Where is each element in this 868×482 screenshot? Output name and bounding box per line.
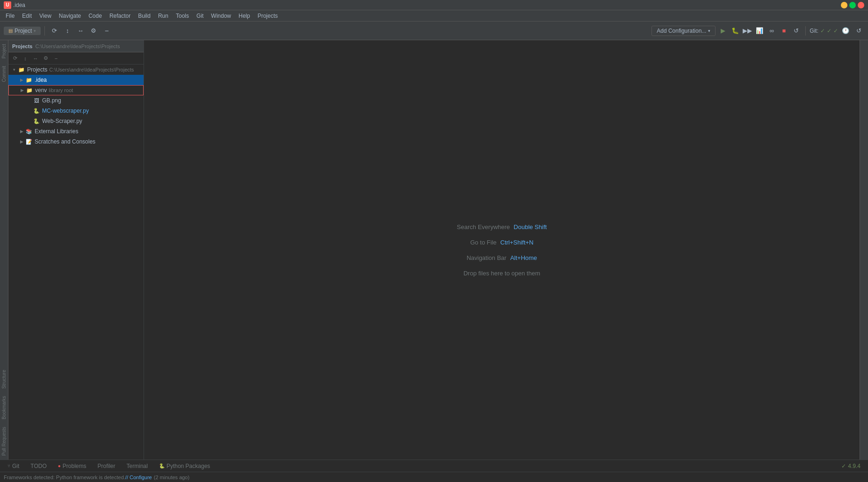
run-controls: ▶ 🐛 ▶▶ 📊 ∞ ■ ↺ bbox=[717, 25, 802, 36]
tree-item-external-libs[interactable]: ▶ 📚 External Libraries bbox=[8, 126, 144, 137]
project-tab[interactable]: ▤ Project ▾ bbox=[4, 27, 41, 35]
sidebar-expand-all-btn[interactable]: ↔ bbox=[31, 54, 40, 63]
menu-item-build[interactable]: Build bbox=[134, 12, 154, 20]
tab-terminal[interactable]: Terminal bbox=[121, 460, 153, 472]
tree-label-gb-png: GB.png bbox=[42, 97, 61, 104]
sidebar-settings-btn[interactable]: ⚙ bbox=[41, 54, 51, 63]
menu-item-tools[interactable]: Tools bbox=[172, 12, 193, 20]
tab-profiler[interactable]: Profiler bbox=[92, 460, 121, 472]
tree-item-projects-root[interactable]: ▾ 📁 Projects C:\Users\andre\IdeaProjects… bbox=[8, 65, 144, 75]
toolbar-settings-btn[interactable]: ⚙ bbox=[88, 25, 99, 36]
add-configuration-button[interactable]: Add Configuration... ▾ bbox=[651, 26, 716, 36]
toolbar-sep-2 bbox=[805, 26, 806, 36]
menu-item-file[interactable]: File bbox=[2, 12, 18, 20]
sidebar: Projects C:\Users\andre\IdeaProjects\Pro… bbox=[8, 40, 144, 460]
toolbar: ▤ Project ▾ ⟳ ↕ ↔ ⚙ − Add Configuration.… bbox=[0, 22, 868, 40]
activity-project[interactable]: Project bbox=[0, 42, 7, 60]
coverage-btn[interactable]: ▶▶ bbox=[742, 25, 753, 36]
menu-item-navigate[interactable]: Navigate bbox=[55, 12, 85, 20]
tree-arrow-scratches: ▶ bbox=[18, 138, 25, 145]
editor-area: Search Everywhere Double Shift Go to Fil… bbox=[144, 40, 860, 460]
tab-python-packages[interactable]: 🐍 Python Packages bbox=[153, 460, 216, 472]
tree-item-idea[interactable]: ▶ 📁 .idea bbox=[8, 75, 144, 85]
minimize-btn[interactable] bbox=[841, 2, 847, 8]
hint-key-nav: Alt+Home bbox=[510, 254, 537, 261]
hint-drop-files: Drop files here to open them bbox=[463, 270, 540, 277]
menu-item-edit[interactable]: Edit bbox=[18, 12, 36, 20]
menu-item-help[interactable]: Help bbox=[235, 12, 254, 20]
tab-git[interactable]: ⑂ Git bbox=[2, 460, 25, 472]
notification-text: Frameworks detected: Python framework is… bbox=[4, 475, 125, 480]
tree-item-mc-webscraper[interactable]: 🐍 MC-webscraper.py bbox=[8, 106, 144, 116]
activity-git[interactable] bbox=[3, 360, 5, 364]
run-with-coverage-btn[interactable]: ∞ bbox=[766, 25, 777, 36]
tab-todo[interactable]: TODO bbox=[25, 460, 52, 472]
toolbar-collapse-btn[interactable]: ↕ bbox=[62, 25, 73, 36]
debug-btn[interactable]: 🐛 bbox=[730, 25, 741, 36]
add-config-dropdown-icon: ▾ bbox=[708, 29, 710, 33]
activity-commit[interactable]: Commit bbox=[0, 64, 7, 84]
activity-structure[interactable]: Structure bbox=[0, 368, 7, 391]
title-bar: U .idea bbox=[0, 0, 868, 10]
activity-bar: Project Commit Structure Bookmarks Pull … bbox=[0, 40, 8, 460]
tab-todo-label: TODO bbox=[30, 463, 46, 469]
title-bar-controls bbox=[841, 2, 864, 8]
file-icon-web-scraper: 🐍 bbox=[33, 117, 40, 125]
git-check-icon: ✓ bbox=[820, 28, 825, 34]
project-tab-label: Project bbox=[14, 28, 32, 34]
tree-item-web-scraper[interactable]: 🐍 Web-Scraper.py bbox=[8, 116, 144, 126]
sidebar-toolbar: ⟳ ↕ ↔ ⚙ − bbox=[8, 52, 144, 65]
app-logo: U bbox=[4, 1, 11, 9]
notification-link[interactable]: // Configure bbox=[125, 475, 152, 480]
menu-item-view[interactable]: View bbox=[36, 12, 55, 20]
tree-arrow-ws bbox=[25, 117, 33, 125]
menu-item-code[interactable]: Code bbox=[85, 12, 106, 20]
menu-item-refactor[interactable]: Refactor bbox=[106, 12, 134, 20]
hint-label-search: Search Everywhere bbox=[457, 223, 510, 230]
tree-item-scratches[interactable]: ▶ 📝 Scratches and Consoles bbox=[8, 137, 144, 147]
menu-item-run[interactable]: Run bbox=[154, 12, 172, 20]
tab-problems[interactable]: ● Problems bbox=[52, 460, 92, 472]
tree-arrow-gb bbox=[25, 97, 33, 104]
tree-arrow-venv: ▶ bbox=[18, 86, 26, 94]
activity-bookmarks[interactable]: Bookmarks bbox=[0, 394, 7, 421]
tree-sublabel-venv: library root bbox=[49, 87, 73, 93]
toolbar-sync-btn[interactable]: ⟳ bbox=[49, 25, 60, 36]
bottom-tabs: ⑂ Git TODO ● Problems Profiler Terminal … bbox=[0, 460, 868, 472]
icon-external-libs: 📚 bbox=[25, 128, 33, 135]
run-btn[interactable]: ▶ bbox=[717, 25, 729, 36]
hint-key-search: Double Shift bbox=[514, 223, 547, 230]
title-bar-left: U .idea bbox=[4, 1, 25, 9]
menu-item-git[interactable]: Git bbox=[193, 12, 207, 20]
menu-item-window[interactable]: Window bbox=[207, 12, 235, 20]
maximize-btn[interactable] bbox=[849, 2, 856, 8]
menu-item-projects[interactable]: Projects bbox=[254, 12, 282, 20]
status-indicator[interactable]: ✓ 4.9.4 bbox=[836, 460, 866, 472]
tree-sublabel-projects: C:\Users\andre\IdeaProjects\Projects bbox=[49, 67, 134, 72]
close-btn[interactable] bbox=[858, 2, 864, 8]
activity-pull-requests[interactable]: Pull Requests bbox=[0, 425, 7, 458]
tab-problems-icon: ● bbox=[58, 463, 61, 468]
sidebar-collapse-all-btn[interactable]: ↕ bbox=[21, 54, 30, 63]
sidebar-close-btn[interactable]: − bbox=[51, 54, 61, 63]
menu-bar: FileEditViewNavigateCodeRefactorBuildRun… bbox=[0, 10, 868, 22]
git-revert-btn[interactable]: ↺ bbox=[853, 25, 864, 36]
sidebar-path: C:\Users\andre\IdeaProjects\Projects bbox=[35, 43, 120, 49]
toolbar-expand-btn[interactable]: ↔ bbox=[75, 25, 86, 36]
toolbar-close-btn[interactable]: − bbox=[101, 25, 112, 36]
hint-key-goto: Ctrl+Shift+N bbox=[500, 239, 534, 246]
sidebar-content: ▾ 📁 Projects C:\Users\andre\IdeaProjects… bbox=[8, 65, 144, 460]
icon-scratches: 📝 bbox=[25, 138, 33, 145]
tree-item-gb-png[interactable]: 🖼 GB.png bbox=[8, 95, 144, 106]
tab-terminal-label: Terminal bbox=[127, 463, 148, 469]
git-status: Git: ✓ ✓ ✓ bbox=[810, 28, 838, 34]
stop-btn[interactable]: ■ bbox=[778, 25, 789, 36]
tab-profiler-label: Profiler bbox=[98, 463, 116, 469]
profile-btn[interactable]: 📊 bbox=[754, 25, 765, 36]
git-history-btn[interactable]: 🕐 bbox=[840, 25, 851, 36]
status-check-icon: ✓ bbox=[841, 463, 846, 469]
file-icon-mc-webscraper: 🐍 bbox=[33, 107, 40, 115]
tree-item-venv[interactable]: ▶ 📁 venv library root bbox=[8, 85, 144, 95]
rerun-btn[interactable]: ↺ bbox=[790, 25, 802, 36]
sidebar-sync-btn[interactable]: ⟳ bbox=[10, 54, 20, 63]
